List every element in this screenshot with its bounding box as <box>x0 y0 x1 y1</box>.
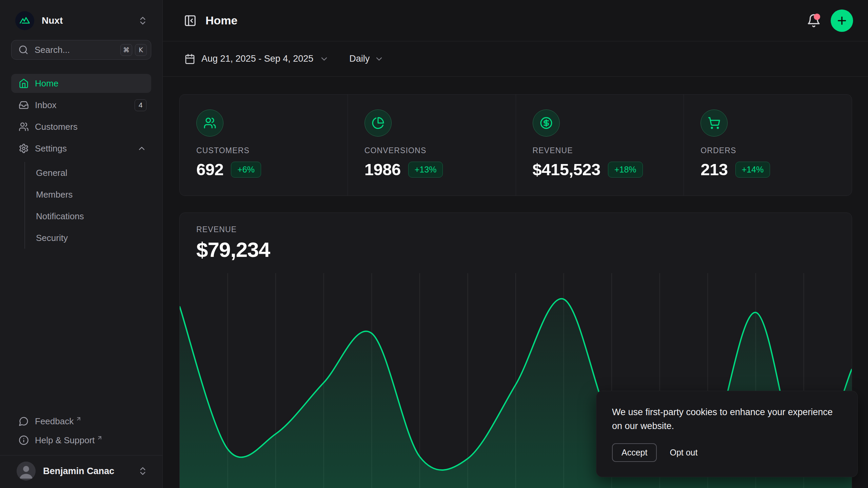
stat-value: 692 <box>196 160 223 179</box>
revenue-value: $79,234 <box>196 238 852 262</box>
date-range-value: Aug 21, 2025 - Sep 4, 2025 <box>201 54 313 64</box>
plus-icon <box>836 15 848 27</box>
cart-icon <box>701 109 728 137</box>
chat-bubble-icon <box>19 416 29 426</box>
stat-customers[interactable]: CUSTOMERS 692 +6% <box>180 95 348 196</box>
inbox-count-badge: 4 <box>135 99 146 111</box>
notifications-button[interactable] <box>804 11 823 30</box>
brand-name: Nuxt <box>42 15 138 26</box>
sidebar-nav: Home Inbox 4 Customers Settings Ge <box>11 74 151 249</box>
chevron-down-icon <box>319 54 329 64</box>
feedback-link[interactable]: Feedback <box>11 412 151 431</box>
inbox-icon <box>19 100 29 110</box>
stat-value: $415,523 <box>533 160 600 179</box>
home-icon <box>19 78 29 88</box>
notification-dot <box>814 14 820 20</box>
sidebar-item-home[interactable]: Home <box>11 74 151 93</box>
sidebar-item-notifications[interactable]: Notifications <box>36 205 151 227</box>
accept-button[interactable]: Accept <box>612 443 657 462</box>
info-circle-icon <box>19 435 29 445</box>
sidebar-item-label: Settings <box>35 143 137 154</box>
page-title: Home <box>205 14 804 27</box>
sidebar-item-label: Home <box>35 78 146 89</box>
stat-label: CUSTOMERS <box>196 146 348 155</box>
stat-orders[interactable]: ORDERS 213 +14% <box>684 95 852 196</box>
granularity-select[interactable]: Daily <box>349 54 384 64</box>
stat-value: 213 <box>701 160 728 179</box>
opt-out-button[interactable]: Opt out <box>662 444 706 461</box>
kbd-k: K <box>135 44 147 56</box>
nuxt-logo-icon <box>15 11 34 30</box>
team-switcher[interactable]: Nuxt <box>11 9 151 32</box>
sidebar-item-inbox[interactable]: Inbox 4 <box>11 96 151 115</box>
stat-conversions[interactable]: CONVERSIONS 1986 +13% <box>348 95 516 196</box>
feedback-label: Feedback <box>35 416 74 427</box>
sidebar-item-customers[interactable]: Customers <box>11 117 151 136</box>
divider <box>0 455 162 455</box>
help-support-label: Help & Support <box>35 435 95 446</box>
chevron-down-icon <box>374 54 384 64</box>
chevron-up-icon <box>137 144 146 153</box>
sidebar-spacer <box>11 249 151 412</box>
search-input[interactable]: Search... ⌘ K <box>11 40 151 60</box>
cookie-message: We use first-party cookies to enhance yo… <box>612 405 842 433</box>
stat-delta-badge: +14% <box>735 162 770 178</box>
calendar-icon <box>184 54 195 64</box>
sidebar-item-members[interactable]: Members <box>36 184 151 205</box>
pie-chart-icon <box>364 109 392 137</box>
filters-toolbar: Aug 21, 2025 - Sep 4, 2025 Daily <box>163 41 868 77</box>
stat-label: ORDERS <box>701 146 852 155</box>
stat-delta-badge: +13% <box>408 162 443 178</box>
sidebar-item-general[interactable]: General <box>36 162 151 184</box>
external-link-icon <box>97 435 103 441</box>
cookie-banner: We use first-party cookies to enhance yo… <box>596 391 858 477</box>
stat-delta-badge: +6% <box>231 162 261 178</box>
stats-card: CUSTOMERS 692 +6% CONVERSIONS 1986 +13% … <box>179 94 852 196</box>
search-placeholder: Search... <box>35 45 118 55</box>
revenue-label: REVENUE <box>196 225 852 234</box>
page-header: Home <box>163 0 868 41</box>
settings-submenu: General Members Notifications Security <box>24 162 151 249</box>
gear-icon <box>19 143 29 154</box>
sidebar: Nuxt Search... ⌘ K Home Inbox 4 <box>0 0 163 488</box>
users-icon <box>196 109 223 137</box>
sidebar-item-settings[interactable]: Settings <box>11 139 151 158</box>
help-support-link[interactable]: Help & Support <box>11 431 151 450</box>
sidebar-collapse-icon[interactable] <box>184 14 197 27</box>
avatar <box>17 462 36 481</box>
stat-label: REVENUE <box>533 146 684 155</box>
dollar-circle-icon <box>533 109 560 137</box>
stat-revenue[interactable]: REVENUE $415,523 +18% <box>516 95 684 196</box>
sidebar-item-security[interactable]: Security <box>36 227 151 249</box>
stat-delta-badge: +18% <box>608 162 643 178</box>
external-link-icon <box>76 416 82 422</box>
add-button[interactable] <box>831 9 853 32</box>
granularity-value: Daily <box>349 54 370 64</box>
search-icon <box>18 45 28 55</box>
stat-value: 1986 <box>364 160 401 179</box>
date-range-picker[interactable]: Aug 21, 2025 - Sep 4, 2025 <box>184 54 329 64</box>
kbd-cmd: ⌘ <box>120 44 132 56</box>
user-name: Benjamin Canac <box>43 466 138 476</box>
users-icon <box>19 122 29 132</box>
main-area: Home Aug 21, 2025 - Sep 4, 2025 Daily <box>163 0 868 488</box>
chevrons-up-down-icon <box>138 466 148 476</box>
user-menu[interactable]: Benjamin Canac <box>11 460 151 483</box>
chevrons-up-down-icon <box>138 16 148 26</box>
stat-label: CONVERSIONS <box>364 146 516 155</box>
sidebar-item-label: Inbox <box>35 100 135 110</box>
sidebar-item-label: Customers <box>35 122 146 132</box>
